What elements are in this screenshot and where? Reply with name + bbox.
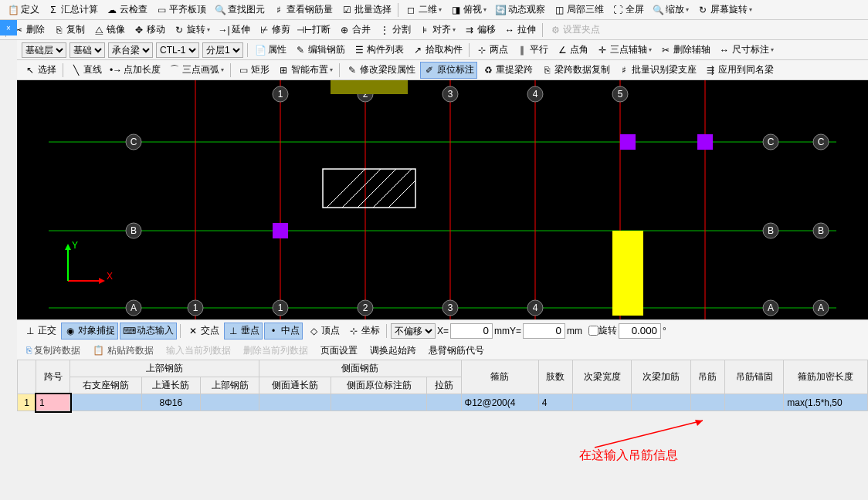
col-hanger[interactable]: 吊筋 [690, 360, 724, 394]
cell-secadd[interactable] [632, 394, 690, 411]
drawing-canvas[interactable]: 3000 3000 12000 12000 3000 3000 3000 300… [17, 80, 868, 319]
pick-member-button[interactable]: ↗拾取构件 [409, 42, 466, 59]
qty-button[interactable]: ♯查看钢筋量 [270, 2, 336, 19]
floor-select[interactable]: 分层1 [202, 42, 243, 58]
member-list-button[interactable]: ☰构件列表 [350, 42, 407, 59]
cell-sidethru[interactable] [259, 394, 331, 411]
member-select[interactable]: 基础 [70, 42, 105, 58]
col-stirrup[interactable]: 箍筋 [461, 360, 538, 394]
rotate-button[interactable]: ↻旋转▾ [170, 22, 213, 39]
cell-limbs[interactable]: 4 [538, 394, 572, 411]
split-button[interactable]: ⋮分割 [375, 22, 414, 39]
cell-stirrup[interactable]: Φ12@200(4 [461, 394, 538, 411]
attr-button[interactable]: 📄属性 [251, 42, 290, 59]
cell-toprebar[interactable] [201, 394, 259, 411]
col-span[interactable]: 跨号 [36, 360, 70, 394]
col-rightsup[interactable]: 右支座钢筋 [70, 377, 141, 394]
delete-axis-button[interactable]: ✂删除辅轴 [656, 42, 714, 59]
cell-hanger-anchor[interactable] [724, 394, 783, 411]
edit-rebar-button[interactable]: ✎编辑钢筋 [291, 42, 348, 59]
line-tool[interactable]: ╲直线 [66, 62, 105, 79]
dynamic-view-button[interactable]: 🔄动态观察 [491, 2, 548, 19]
move-button[interactable]: ✥移动 [130, 22, 168, 39]
rotate-checkbox[interactable] [588, 326, 598, 336]
find-button[interactable]: 🔍查找图元 [211, 2, 268, 19]
x-input[interactable] [450, 323, 493, 339]
rect-tool[interactable]: ▭矩形 [234, 62, 273, 79]
cell-rightsup[interactable] [70, 394, 141, 411]
span-data-copy-button[interactable]: ⎘梁跨数据复制 [537, 62, 613, 79]
fullscreen-button[interactable]: ⛶全屏 [609, 2, 647, 19]
batch-support-button[interactable]: ♯批量识别梁支座 [615, 62, 700, 79]
col-secwidth[interactable]: 次梁宽度 [573, 360, 632, 394]
perp-snap[interactable]: ⊥垂点 [224, 323, 263, 340]
delete-col-tab[interactable]: 删除当前列数据 [237, 343, 314, 359]
dynamic-input-toggle[interactable]: ⌨动态输入 [120, 323, 177, 340]
col-tie[interactable]: 拉筋 [427, 377, 461, 394]
offset-select[interactable]: 不偏移 [391, 323, 436, 339]
col-sideinplace[interactable]: 侧面原位标注筋 [331, 377, 427, 394]
vertex-snap[interactable]: ◇顶点 [304, 323, 343, 340]
cloud-check-button[interactable]: ☁云检查 [103, 2, 151, 19]
col-toprebar[interactable]: 上部钢筋 [201, 377, 259, 394]
copy-button[interactable]: ⎘复制 [49, 22, 88, 39]
offset-button[interactable]: ⇉偏移 [460, 22, 499, 39]
page-setup-tab[interactable]: 页面设置 [314, 343, 364, 359]
code-select[interactable]: CTL-1 [156, 42, 199, 58]
cell-tie[interactable] [427, 394, 461, 411]
merge-button[interactable]: ⊕合并 [335, 22, 374, 39]
coord-snap[interactable]: ⊹坐标 [344, 323, 383, 340]
side-tab[interactable]: × [0, 20, 17, 35]
rotate-input[interactable] [619, 323, 661, 339]
swap-start-tab[interactable]: 调换起始跨 [364, 343, 422, 359]
modify-span-attr-button[interactable]: ✎修改梁段属性 [343, 62, 419, 79]
cell-topthru[interactable]: 8Φ16 [141, 394, 200, 411]
summary-button[interactable]: Σ汇总计算 [44, 2, 101, 19]
col-sidethru[interactable]: 侧面通长筋 [259, 377, 331, 394]
apply-same-name-button[interactable]: ⇶应用到同名梁 [701, 62, 777, 79]
col-topthru[interactable]: 上通长筋 [141, 377, 200, 394]
level-button[interactable]: ▭平齐板顶 [152, 2, 209, 19]
cantilever-tab[interactable]: 悬臂钢筋代号 [422, 343, 490, 359]
input-col-tab[interactable]: 输入当前列数据 [160, 343, 237, 359]
dimension-button[interactable]: ↔尺寸标注▾ [715, 42, 777, 59]
cell-dense[interactable]: max(1.5*h,50 [784, 394, 868, 411]
trim-button[interactable]: ⊬修剪 [255, 22, 293, 39]
inplace-annotation-button[interactable]: ✐原位标注 [420, 62, 477, 79]
three-axis-button[interactable]: ✛三点辅轴▾ [593, 42, 655, 59]
2d-button[interactable]: ◻二维▾ [402, 2, 445, 19]
align-button[interactable]: ⊧对齐▾ [415, 22, 459, 39]
table-row[interactable]: 1 1 8Φ16 Φ12@200(4 4 max(1.5*h,50 [18, 394, 868, 411]
submember-select[interactable]: 承台梁 [108, 42, 153, 58]
copy-span-tab[interactable]: ⎘ 复制跨数据 [20, 343, 86, 359]
col-dense[interactable]: 箍筋加密长度 [784, 360, 868, 394]
mid-snap[interactable]: •中点 [264, 323, 303, 340]
cell-hanger[interactable] [690, 394, 724, 411]
layer-select[interactable]: 基础层 [22, 42, 66, 58]
stretch-button[interactable]: ↔拉伸 [500, 22, 539, 39]
cell-sideinplace[interactable] [331, 394, 427, 411]
col-hanger-anchor[interactable]: 吊筋锚固 [724, 360, 783, 394]
local-3d-button[interactable]: ◫局部三维 [550, 2, 607, 19]
col-secadd[interactable]: 次梁加筋 [632, 360, 690, 394]
snap-toggle[interactable]: ◉对象捕捉 [61, 323, 118, 340]
top-view-button[interactable]: ◨俯视▾ [446, 2, 490, 19]
parallel-button[interactable]: ∥平行 [513, 42, 551, 59]
define-button[interactable]: 📋定义 [4, 2, 42, 19]
cell-span[interactable]: 1 [36, 394, 70, 411]
set-clamp-button[interactable]: ⚙设置夹点 [546, 22, 603, 39]
arc3-tool[interactable]: ⌒三点画弧▾ [165, 62, 227, 79]
zoom-button[interactable]: 🔍缩放▾ [649, 2, 692, 19]
select-tool[interactable]: ↖选择 [21, 62, 59, 79]
mirror-button[interactable]: ⧋镜像 [90, 22, 128, 39]
smart-layout-tool[interactable]: ⊞智能布置▾ [274, 62, 336, 79]
rotate-screen-button[interactable]: ↻屏幕旋转▾ [693, 2, 755, 19]
cell-secwidth[interactable] [573, 394, 632, 411]
two-point-button[interactable]: ⊹两点 [473, 42, 511, 59]
point-angle-button[interactable]: ∠点角 [553, 42, 592, 59]
batch-select-button[interactable]: ☑批量选择 [337, 2, 395, 19]
y-input[interactable] [523, 323, 565, 339]
break-button[interactable]: ⊣⊢打断 [295, 22, 334, 39]
data-grid[interactable]: 跨号 上部钢筋 侧面钢筋 箍筋 肢数 次梁宽度 次梁加筋 吊筋 吊筋锚固 箍筋加… [17, 360, 868, 411]
paste-span-tab[interactable]: 📋 粘贴跨数据 [86, 343, 159, 359]
